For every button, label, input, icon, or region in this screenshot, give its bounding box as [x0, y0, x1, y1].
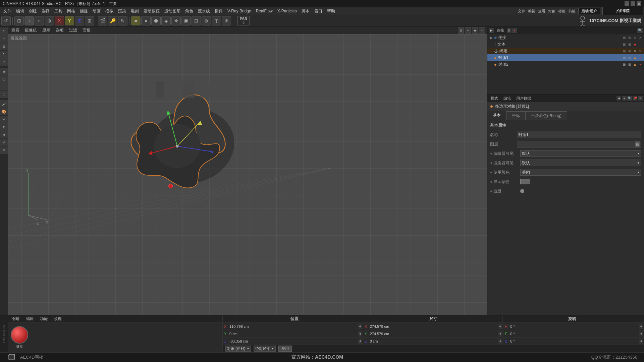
rp-expand[interactable]: ▶ — [489, 28, 494, 33]
viewport[interactable]: Y X Z — [8, 34, 487, 328]
obj-item-1[interactable]: T 文本 ⊞ ⊞ ● — [487, 41, 644, 48]
menu-snap[interactable]: 捕捉 — [78, 8, 90, 15]
sphere-button[interactable]: ● — [141, 16, 151, 25]
snap-grid-button[interactable]: ⊞ — [14, 16, 24, 25]
obj-item-2[interactable]: ⚓ 绑定 ⊞ ⊞ ✕ ✕ — [487, 48, 644, 54]
lt-point[interactable]: · — [0, 83, 8, 90]
props-input-name[interactable] — [517, 131, 641, 138]
vt-filter[interactable]: 过滤 — [68, 27, 78, 33]
undo-button[interactable]: ↺ — [1, 16, 11, 25]
menu-realflow[interactable]: RealFlow — [254, 8, 275, 14]
props-mode[interactable]: 模式 — [489, 95, 500, 102]
mat-sphere[interactable] — [11, 326, 28, 344]
tool6-button[interactable]: ▣ — [181, 16, 191, 25]
vt-select[interactable]: 选项 — [54, 27, 65, 33]
vp-ctrl-3[interactable]: ■ — [472, 27, 478, 34]
size-z-btn[interactable]: ◀ — [498, 339, 502, 344]
props-dropdown-editor-vis[interactable]: 默认 ▼ — [520, 150, 641, 157]
props-tb-btn-up[interactable]: ▲ — [622, 96, 627, 101]
menu-pipeline[interactable]: 流水线 — [196, 8, 212, 15]
vp-ctrl-1[interactable]: ⊞ — [458, 27, 464, 34]
tab-coords[interactable]: 坐标 — [506, 111, 526, 120]
tool8-button[interactable]: ⊛ — [202, 16, 211, 25]
rot-b-btn[interactable]: ◀ — [639, 339, 643, 344]
loop-button[interactable]: ↻ — [118, 16, 127, 25]
rot-h-btn[interactable]: ◀ — [639, 324, 643, 329]
pos-x-btn[interactable]: ◀ — [358, 324, 362, 329]
add2-button[interactable]: ⊕ — [45, 16, 54, 25]
props-userdata[interactable]: 用户数据 — [514, 95, 533, 102]
cube-button[interactable]: ■ — [131, 16, 141, 25]
material-item[interactable]: 材质 — [11, 326, 28, 349]
tool4-button[interactable]: ◈ — [161, 16, 171, 25]
close-button[interactable]: ✕ — [637, 1, 641, 6]
vp-ctrl-2[interactable]: + — [465, 27, 471, 34]
obj-item-3[interactable]: ◆ 封顶1 ⊞ ⊞ ▲ ● — [487, 54, 644, 61]
x-axis-button[interactable]: X — [55, 16, 64, 25]
lt-select[interactable]: ↖ — [0, 27, 8, 35]
vt-display[interactable]: 显示 — [41, 27, 52, 33]
menu-help[interactable]: 帮助 — [325, 8, 337, 15]
size-y-btn[interactable]: ◀ — [498, 331, 502, 337]
vt-camera[interactable]: 摄像机 — [23, 27, 38, 33]
tab-phong[interactable]: 平滑着色(Phong) — [526, 111, 567, 120]
menu-plugins[interactable]: 插件 — [213, 8, 225, 15]
menu-xparticles[interactable]: X-Particles — [275, 8, 299, 14]
lt-rotate[interactable]: ↻ — [0, 51, 8, 58]
menu-simulate[interactable]: 模拟 — [103, 8, 115, 15]
lt-paint[interactable]: 🎨 — [0, 108, 8, 115]
props-tb-more[interactable]: ≡ — [638, 96, 643, 101]
y-axis-button[interactable]: Y — [65, 16, 74, 25]
menu-character[interactable]: 角色 — [183, 8, 195, 15]
vp-ctrl-4[interactable]: ○ — [479, 27, 485, 34]
menu-render[interactable]: 渲染 — [116, 8, 128, 15]
lt-extrude[interactable]: ⬆ — [0, 123, 8, 131]
menu-file[interactable]: 文件 — [1, 8, 13, 15]
obj-item-4[interactable]: ◆ 封顶2 ⊞ ⊞ ▲ ● — [487, 61, 644, 68]
menu-create[interactable]: 创建 — [27, 8, 39, 15]
tool3-button[interactable]: ⬟ — [151, 16, 161, 25]
tool5-button[interactable]: ❖ — [171, 16, 181, 25]
lt-align[interactable]: ≡ — [0, 146, 8, 154]
lt-obj[interactable]: □ — [0, 91, 8, 98]
menu-mesh[interactable]: 网格 — [65, 8, 77, 15]
mat-edit[interactable]: 编辑 — [24, 316, 36, 322]
tab-basic[interactable]: 基本 — [487, 111, 506, 120]
menu-animate[interactable]: 动画 — [91, 8, 103, 15]
size-x-btn[interactable]: ◀ — [498, 324, 502, 329]
mat-function[interactable]: 功能 — [38, 316, 50, 322]
lt-mirror[interactable]: ⇌ — [0, 139, 8, 146]
props-tb-pin[interactable]: 📌 — [633, 96, 637, 101]
lt-edge[interactable]: ⬡ — [0, 75, 8, 83]
menu-motiontrack[interactable]: 运动跟踪 — [142, 8, 162, 15]
add-button[interactable]: + — [24, 16, 34, 25]
circle-button[interactable]: ○ — [35, 16, 44, 25]
props-dropdown-render-vis[interactable]: 默认 ▼ — [520, 160, 641, 166]
mat-texture[interactable]: 纹理 — [52, 316, 64, 322]
lt-move[interactable]: ✛ — [0, 35, 8, 43]
props-tb-btn-l[interactable]: ◀ — [616, 96, 621, 101]
props-tb-search[interactable]: 🔍 — [627, 96, 632, 101]
menu-window[interactable]: 窗口 — [312, 8, 324, 15]
coord-mode-dropdown[interactable]: 对象 (相对) ▼ — [225, 346, 251, 352]
tool10-button[interactable]: ☀ — [222, 16, 231, 25]
props-layer-btn[interactable]: ⊞ — [635, 141, 640, 147]
menu-edit[interactable]: 编辑 — [14, 8, 26, 15]
props-edit[interactable]: 编辑 — [501, 95, 513, 102]
menu-mograph[interactable]: 运动图形 — [162, 8, 182, 15]
lt-bridge[interactable]: ⇔ — [0, 131, 8, 138]
menu-tools[interactable]: 工具 — [52, 8, 64, 15]
z-axis-button[interactable]: Z — [75, 16, 84, 25]
minimize-button[interactable]: — — [625, 1, 629, 6]
lt-brush[interactable]: 🖌 — [0, 100, 8, 108]
menu-vray[interactable]: V-Ray Bridge — [225, 8, 253, 14]
maximize-button[interactable]: □ — [631, 1, 635, 6]
rot-p-btn[interactable]: ◀ — [639, 331, 643, 337]
tool9-button[interactable]: ◫ — [212, 16, 221, 25]
tool7-button[interactable]: ⊟ — [192, 16, 201, 25]
pos-y-btn[interactable]: ◀ — [358, 331, 362, 337]
menu-sculpt[interactable]: 雕刻 — [129, 8, 141, 15]
size-mode-dropdown[interactable]: 绝对尺寸 ▼ — [254, 346, 276, 352]
lt-scale[interactable]: ⊠ — [0, 43, 8, 50]
menu-select[interactable]: 选择 — [40, 8, 52, 15]
